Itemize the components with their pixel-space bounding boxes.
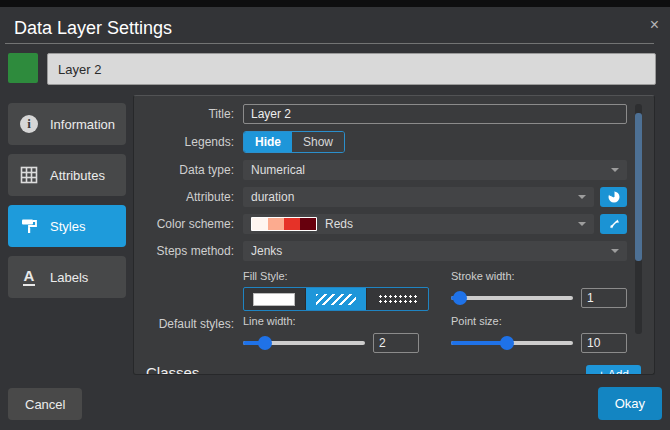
default-styles-label: Default styles:	[134, 313, 243, 354]
reverse-colors-button[interactable]	[600, 214, 627, 234]
color-scheme-value: Reds	[325, 217, 353, 231]
table-grid-icon	[18, 164, 40, 186]
spacer-label	[134, 268, 243, 311]
layer-name-input[interactable]	[47, 53, 656, 85]
cancel-button[interactable]: Cancel	[8, 388, 82, 420]
color-scheme-label: Color scheme:	[134, 217, 243, 231]
color-scheme-row: Color scheme: Reds	[134, 214, 654, 234]
legends-row: Legends: Hide Show	[134, 131, 654, 153]
slider-thumb[interactable]	[258, 336, 272, 350]
title-input[interactable]	[243, 104, 627, 124]
sidebar-item-label: Attributes	[50, 168, 105, 183]
paint-roller-icon	[18, 215, 40, 237]
steps-method-select[interactable]: Jenks	[243, 241, 627, 261]
legends-hide-option[interactable]: Hide	[244, 132, 292, 152]
attribute-select[interactable]: duration	[243, 187, 594, 207]
fill-style-label: Fill Style:	[243, 270, 419, 282]
styles-panel: Title: Legends: Hide Show Data type: Num…	[133, 95, 655, 375]
slider-thumb[interactable]	[500, 336, 514, 350]
layer-header	[8, 53, 656, 83]
sidebar-item-label: Labels	[50, 270, 88, 285]
point-size-input[interactable]	[581, 333, 627, 353]
fill-hatched-option[interactable]	[306, 288, 368, 310]
default-styles-group: Default styles: Line width: P	[134, 313, 654, 354]
title-label: Title:	[134, 107, 243, 121]
sidebar: i Information Attributes Styles	[8, 103, 126, 307]
sidebar-item-label: Styles	[50, 219, 85, 234]
line-width-label: Line width:	[243, 315, 419, 327]
line-width-input[interactable]	[373, 333, 419, 353]
point-size-slider[interactable]	[451, 336, 573, 350]
data-type-select[interactable]: Numerical	[243, 160, 627, 180]
attribute-label: Attribute:	[134, 190, 243, 204]
dialog-title: Data Layer Settings	[14, 18, 172, 39]
stroke-width-input[interactable]	[581, 288, 627, 308]
title-row: Title:	[134, 104, 654, 124]
data-type-label: Data type:	[134, 163, 243, 177]
chevron-down-icon	[578, 222, 586, 226]
color-scheme-select[interactable]: Reds	[243, 214, 594, 234]
chevron-down-icon	[578, 195, 586, 199]
sidebar-item-label: Information	[50, 117, 115, 132]
layer-color-swatch[interactable]	[8, 53, 38, 83]
chevron-down-icon	[611, 249, 619, 253]
steps-method-row: Steps method: Jenks	[134, 241, 654, 261]
legends-label: Legends:	[134, 135, 243, 149]
close-icon[interactable]: ×	[650, 17, 659, 33]
pie-chart-icon	[607, 190, 621, 204]
attribute-row: Attribute: duration	[134, 187, 654, 207]
legends-toggle: Hide Show	[243, 131, 345, 153]
fill-stroke-group: Fill Style: Stroke width:	[134, 268, 654, 311]
data-layer-settings-dialog: Data Layer Settings × i Information Attr…	[0, 7, 670, 430]
slider-thumb[interactable]	[453, 291, 467, 305]
sidebar-item-information[interactable]: i Information	[8, 103, 126, 145]
steps-method-label: Steps method:	[134, 244, 243, 258]
attribute-value: duration	[251, 190, 294, 204]
scrollbar-thumb[interactable]	[635, 113, 642, 261]
data-type-row: Data type: Numerical	[134, 160, 654, 180]
add-class-button[interactable]: + Add	[586, 365, 641, 375]
fill-solid-option[interactable]	[244, 288, 306, 310]
fill-dotted-option[interactable]	[367, 288, 428, 310]
stroke-width-slider[interactable]	[451, 291, 573, 305]
attribute-statistics-button[interactable]	[600, 187, 627, 207]
line-width-slider[interactable]	[243, 336, 365, 350]
legends-show-option[interactable]: Show	[292, 132, 344, 152]
label-a-icon: A	[18, 266, 40, 288]
swap-arrows-icon	[607, 217, 621, 231]
sidebar-item-styles[interactable]: Styles	[8, 205, 126, 247]
steps-method-value: Jenks	[251, 244, 282, 258]
classes-heading: Classes	[146, 364, 576, 375]
sidebar-item-labels[interactable]: A Labels	[8, 256, 126, 298]
stroke-width-label: Stroke width:	[451, 270, 627, 282]
point-size-label: Point size:	[451, 315, 627, 327]
color-ramp-preview	[251, 217, 317, 231]
okay-button[interactable]: Okay	[598, 387, 662, 420]
chevron-down-icon	[611, 168, 619, 172]
data-type-value: Numerical	[251, 163, 305, 177]
fill-style-selector	[243, 287, 429, 311]
sidebar-item-attributes[interactable]: Attributes	[8, 154, 126, 196]
header-divider	[5, 43, 654, 44]
classes-header: Classes + Add	[146, 364, 641, 375]
info-icon: i	[18, 113, 40, 135]
